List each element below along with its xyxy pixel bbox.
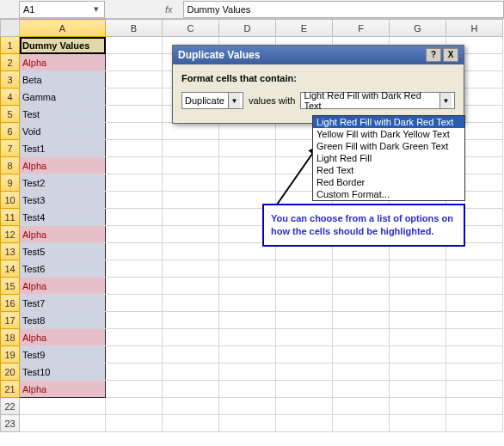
row-header[interactable]: 21 <box>1 381 20 398</box>
cell[interactable]: Alpha <box>20 278 106 295</box>
cell[interactable] <box>163 346 219 364</box>
cell[interactable] <box>163 174 219 192</box>
row-header[interactable]: 8 <box>1 157 20 174</box>
cell[interactable] <box>333 381 390 398</box>
cell[interactable]: Test10 <box>20 364 106 381</box>
cell[interactable] <box>276 346 333 364</box>
cell[interactable]: Alpha <box>20 157 106 174</box>
cell[interactable] <box>333 312 390 329</box>
cell[interactable] <box>219 329 276 346</box>
cell[interactable] <box>20 398 106 415</box>
dropdown-option[interactable]: Green Fill with Dark Green Text <box>313 140 464 152</box>
cell[interactable] <box>106 157 163 174</box>
cell[interactable] <box>106 89 163 106</box>
cell[interactable] <box>390 415 446 432</box>
cell[interactable] <box>333 295 390 312</box>
cell[interactable]: Test9 <box>20 346 106 364</box>
cell[interactable] <box>276 329 333 346</box>
cell[interactable] <box>219 381 276 398</box>
col-header-H[interactable]: H <box>446 20 503 37</box>
cell[interactable]: Gamma <box>20 89 106 106</box>
cell[interactable] <box>106 140 163 157</box>
close-button[interactable]: X <box>443 48 458 62</box>
cell[interactable]: Test4 <box>20 209 106 226</box>
cell[interactable]: Test2 <box>20 174 106 192</box>
cell[interactable] <box>106 312 163 329</box>
cell[interactable] <box>106 381 163 398</box>
row-header[interactable]: 14 <box>1 260 20 278</box>
formula-bar[interactable]: Dummy Values <box>183 1 504 18</box>
cell[interactable] <box>446 260 503 278</box>
cell[interactable] <box>106 192 163 209</box>
cell[interactable] <box>106 278 163 295</box>
cell[interactable] <box>219 415 276 432</box>
dialog-titlebar[interactable]: Duplicate Values ? X <box>173 46 464 64</box>
cell[interactable] <box>446 278 503 295</box>
col-header-A[interactable]: A <box>20 20 106 37</box>
dropdown-option[interactable]: Red Text <box>313 164 464 176</box>
col-header-C[interactable]: C <box>163 20 219 37</box>
cell[interactable] <box>276 364 333 381</box>
cell[interactable] <box>446 329 503 346</box>
cell[interactable] <box>106 243 163 260</box>
cell[interactable] <box>446 346 503 364</box>
row-header[interactable]: 17 <box>1 312 20 329</box>
row-header[interactable]: 19 <box>1 346 20 364</box>
cell[interactable] <box>276 381 333 398</box>
cell[interactable] <box>106 209 163 226</box>
col-header-D[interactable]: D <box>219 20 276 37</box>
row-header[interactable]: 4 <box>1 89 20 106</box>
cell[interactable] <box>163 329 219 346</box>
cell[interactable]: Alpha <box>20 329 106 346</box>
cell[interactable] <box>390 329 446 346</box>
cell[interactable] <box>219 346 276 364</box>
row-header[interactable]: 9 <box>1 174 20 192</box>
cell[interactable] <box>333 415 390 432</box>
row-header[interactable]: 7 <box>1 140 20 157</box>
dropdown-option[interactable]: Yellow Fill with Dark Yellow Text <box>313 128 464 140</box>
cell[interactable]: Test7 <box>20 295 106 312</box>
cell[interactable] <box>219 398 276 415</box>
cell[interactable] <box>333 346 390 364</box>
cell[interactable] <box>106 37 163 54</box>
cell[interactable] <box>276 415 333 432</box>
cell[interactable] <box>390 312 446 329</box>
row-header[interactable]: 5 <box>1 106 20 123</box>
cell[interactable] <box>163 243 219 260</box>
cell[interactable] <box>20 415 106 432</box>
cell[interactable]: Alpha <box>20 226 106 243</box>
cell[interactable] <box>163 140 219 157</box>
cell[interactable] <box>390 364 446 381</box>
row-header[interactable]: 6 <box>1 123 20 140</box>
row-header[interactable]: 1 <box>1 37 20 54</box>
select-all-corner[interactable] <box>1 20 20 37</box>
cell[interactable] <box>106 295 163 312</box>
cell[interactable] <box>333 329 390 346</box>
format-dropdown-list[interactable]: Light Red Fill with Dark Red TextYellow … <box>312 115 465 201</box>
cell[interactable]: Alpha <box>20 54 106 71</box>
cell[interactable] <box>163 295 219 312</box>
help-button[interactable]: ? <box>426 48 441 62</box>
row-header[interactable]: 11 <box>1 209 20 226</box>
cell[interactable]: Void <box>20 123 106 140</box>
chevron-down-icon[interactable]: ▼ <box>439 93 452 108</box>
cell[interactable] <box>163 415 219 432</box>
cell[interactable]: Test8 <box>20 312 106 329</box>
cell[interactable] <box>276 312 333 329</box>
cell[interactable] <box>219 123 276 140</box>
col-header-G[interactable]: G <box>390 20 446 37</box>
cell[interactable]: Alpha <box>20 381 106 398</box>
cell[interactable] <box>333 278 390 295</box>
cell[interactable] <box>276 295 333 312</box>
cell[interactable] <box>163 157 219 174</box>
cell[interactable] <box>446 381 503 398</box>
cell[interactable] <box>390 398 446 415</box>
cell[interactable] <box>390 278 446 295</box>
name-box[interactable]: A1 ▾ <box>19 1 105 18</box>
cell[interactable] <box>106 260 163 278</box>
chevron-down-icon[interactable]: ▾ <box>92 3 101 15</box>
row-header[interactable]: 20 <box>1 364 20 381</box>
cell[interactable] <box>219 140 276 157</box>
cell[interactable] <box>219 364 276 381</box>
cell[interactable] <box>446 295 503 312</box>
